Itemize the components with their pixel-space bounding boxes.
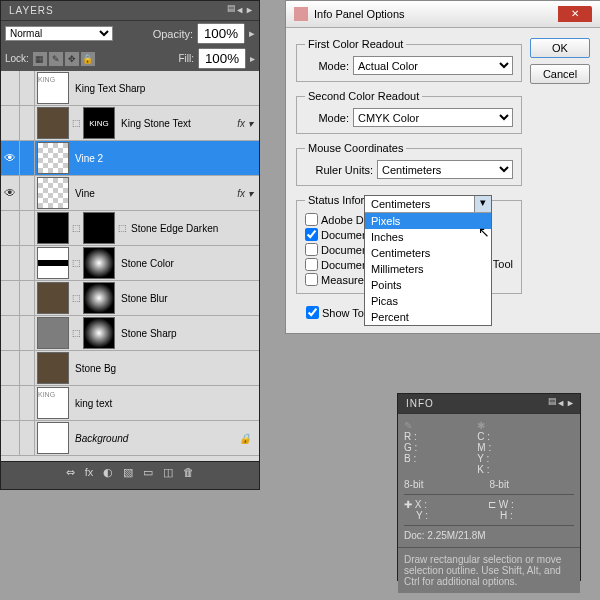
ok-button[interactable]: OK bbox=[530, 38, 590, 58]
layer-thumb[interactable] bbox=[37, 247, 69, 279]
footer-icon[interactable]: ◫ bbox=[163, 466, 173, 479]
layer-name[interactable]: king text bbox=[71, 398, 231, 409]
fx-indicator[interactable]: 🔒 bbox=[231, 433, 259, 444]
layer-row[interactable]: KINGking text bbox=[1, 386, 259, 421]
status-checkbox[interactable] bbox=[305, 273, 318, 286]
chevron-down-icon[interactable]: ▾ bbox=[474, 196, 491, 212]
layer-row[interactable]: ⬚⬚Stone Edge Darken bbox=[1, 211, 259, 246]
lock-transparent-icon[interactable]: ▦ bbox=[33, 52, 47, 66]
layer-name[interactable]: Vine 2 bbox=[71, 153, 231, 164]
layer-thumb[interactable] bbox=[37, 212, 69, 244]
layer-thumb[interactable] bbox=[37, 317, 69, 349]
collapse-icon[interactable]: ◄► bbox=[235, 5, 255, 15]
info-title: INFO bbox=[406, 398, 434, 409]
layer-name[interactable]: King Stone Text bbox=[117, 118, 231, 129]
footer-icon[interactable]: fx bbox=[85, 466, 94, 479]
layer-row[interactable]: 👁Vine 2 bbox=[1, 141, 259, 176]
lock-label: Lock: bbox=[5, 53, 29, 64]
lock-brush-icon[interactable]: ✎ bbox=[49, 52, 63, 66]
layer-name[interactable]: King Text Sharp bbox=[71, 83, 231, 94]
ruler-label: Ruler Units: bbox=[305, 164, 373, 176]
first-color-readout: First Color Readout Mode: Actual Color bbox=[296, 38, 522, 82]
footer-icon[interactable]: ⇔ bbox=[66, 466, 75, 479]
layer-row[interactable]: 👁Vinefx ▾ bbox=[1, 176, 259, 211]
fill-input[interactable] bbox=[198, 48, 246, 69]
layer-thumb[interactable] bbox=[37, 177, 69, 209]
footer-icon[interactable]: ◐ bbox=[103, 466, 113, 479]
footer-icon[interactable]: ▧ bbox=[123, 466, 133, 479]
status-checkbox[interactable] bbox=[305, 228, 318, 241]
layer-name[interactable]: Vine bbox=[71, 188, 231, 199]
layer-thumb[interactable] bbox=[37, 352, 69, 384]
layer-thumb[interactable] bbox=[37, 107, 69, 139]
layer-thumb[interactable] bbox=[83, 282, 115, 314]
doc-size: Doc: 2.25M/21.8M bbox=[404, 530, 574, 541]
layer-row[interactable]: Background🔒 bbox=[1, 421, 259, 456]
dropdown-option[interactable]: Percent bbox=[365, 309, 491, 325]
layer-row[interactable]: ⬚KINGKing Stone Textfx ▾ bbox=[1, 106, 259, 141]
info-hint: Draw rectangular selection or move selec… bbox=[398, 547, 580, 593]
dropdown-option[interactable]: Picas bbox=[365, 293, 491, 309]
lock-row: Lock: ▦ ✎ ✥ 🔒 Fill: ▸ bbox=[1, 46, 259, 71]
layers-list: KINGKing Text Sharp⬚KINGKing Stone Textf… bbox=[1, 71, 259, 461]
close-icon[interactable]: ✕ bbox=[558, 6, 592, 22]
blend-mode-select[interactable]: Normal bbox=[5, 26, 113, 41]
layer-thumb[interactable] bbox=[83, 247, 115, 279]
fx-indicator[interactable]: fx ▾ bbox=[231, 188, 259, 199]
info-panel: INFO ▤ ◄► ✎R :G :B : ✱C :M :Y :K : 8-bit… bbox=[397, 393, 581, 581]
status-checkbox[interactable] bbox=[305, 243, 318, 256]
collapse-icon[interactable]: ◄► bbox=[556, 398, 576, 408]
info-tab[interactable]: INFO ▤ ◄► bbox=[398, 394, 580, 414]
fx-indicator[interactable]: fx ▾ bbox=[231, 118, 259, 129]
ruler-units-dropdown[interactable]: Centimeters▾ PixelsInchesCentimetersMill… bbox=[364, 195, 492, 326]
layer-thumb[interactable] bbox=[37, 282, 69, 314]
layer-name[interactable]: Background bbox=[71, 433, 231, 444]
dropdown-option[interactable]: Millimeters bbox=[365, 261, 491, 277]
ruler-units-select[interactable]: Centimeters bbox=[377, 160, 513, 179]
layer-thumb[interactable] bbox=[83, 317, 115, 349]
lock-all-icon[interactable]: 🔒 bbox=[81, 52, 95, 66]
layers-footer: ⇔fx◐▧▭◫🗑 bbox=[1, 461, 259, 483]
dropdown-option[interactable]: Points bbox=[365, 277, 491, 293]
layer-row[interactable]: ⬚Stone Color bbox=[1, 246, 259, 281]
blend-row: Normal Opacity: ▸ bbox=[1, 21, 259, 46]
opacity-label: Opacity: bbox=[153, 28, 193, 40]
mode-label-2: Mode: bbox=[305, 112, 349, 124]
layers-tab[interactable]: LAYERS ▤ ◄► bbox=[1, 1, 259, 21]
fill-label: Fill: bbox=[178, 53, 194, 64]
status-checkbox[interactable] bbox=[305, 213, 318, 226]
layer-row[interactable]: KINGKing Text Sharp bbox=[1, 71, 259, 106]
layer-row[interactable]: ⬚Stone Sharp bbox=[1, 316, 259, 351]
visibility-icon[interactable]: 👁 bbox=[1, 151, 19, 165]
layer-thumb[interactable] bbox=[37, 422, 69, 454]
layer-thumb[interactable]: KING bbox=[37, 72, 69, 104]
layer-name[interactable]: Stone Bg bbox=[71, 363, 231, 374]
footer-icon[interactable]: ▭ bbox=[143, 466, 153, 479]
layer-name[interactable]: Stone Edge Darken bbox=[127, 223, 231, 234]
first-mode-select[interactable]: Actual Color bbox=[353, 56, 513, 75]
cancel-button[interactable]: Cancel bbox=[530, 64, 590, 84]
dropdown-option[interactable]: Inches bbox=[365, 229, 491, 245]
show-hints-checkbox[interactable] bbox=[306, 306, 319, 319]
layer-row[interactable]: ⬚Stone Blur bbox=[1, 281, 259, 316]
dropdown-option[interactable]: Pixels bbox=[365, 213, 491, 229]
second-color-readout: Second Color Readout Mode: CMYK Color bbox=[296, 90, 522, 134]
lock-move-icon[interactable]: ✥ bbox=[65, 52, 79, 66]
layer-name[interactable]: Stone Blur bbox=[117, 293, 231, 304]
dropdown-option[interactable]: Centimeters bbox=[365, 245, 491, 261]
opacity-input[interactable] bbox=[197, 23, 245, 44]
layer-row[interactable]: Stone Bg bbox=[1, 351, 259, 386]
layer-name[interactable]: Stone Color bbox=[117, 258, 231, 269]
dialog-titlebar[interactable]: Info Panel Options ✕ bbox=[286, 1, 600, 28]
layer-thumb[interactable]: KING bbox=[83, 107, 115, 139]
layer-thumb[interactable] bbox=[37, 142, 69, 174]
visibility-icon[interactable]: 👁 bbox=[1, 186, 19, 200]
layer-thumb[interactable] bbox=[83, 212, 115, 244]
second-mode-select[interactable]: CMYK Color bbox=[353, 108, 513, 127]
layer-name[interactable]: Stone Sharp bbox=[117, 328, 231, 339]
dialog-title: Info Panel Options bbox=[314, 8, 405, 20]
info-body: ✎R :G :B : ✱C :M :Y :K : 8-bit8-bit ✚ X … bbox=[398, 414, 580, 547]
status-checkbox[interactable] bbox=[305, 258, 318, 271]
layer-thumb[interactable]: KING bbox=[37, 387, 69, 419]
footer-icon[interactable]: 🗑 bbox=[183, 466, 194, 479]
